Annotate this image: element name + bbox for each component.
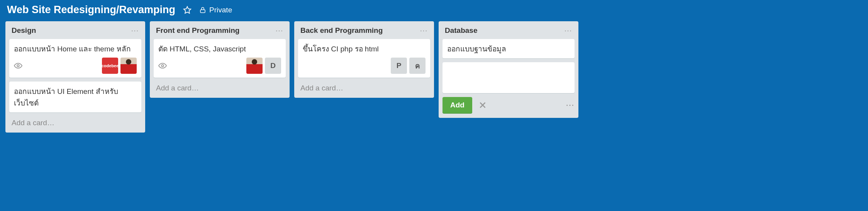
list-menu-icon[interactable]: ⋯: [420, 26, 428, 35]
card-title: ขึ้นโครง CI php รอ html: [303, 43, 426, 54]
card-composer-input[interactable]: [442, 62, 575, 93]
list-menu-icon[interactable]: ⋯: [564, 26, 572, 35]
list-title[interactable]: Front end Programming: [156, 26, 239, 35]
card-members: P ค: [391, 58, 426, 74]
list-title[interactable]: Design: [12, 26, 36, 35]
card-members: D: [246, 58, 281, 74]
lock-icon: [199, 7, 206, 14]
svg-rect-1: [200, 10, 205, 13]
avatar[interactable]: P: [391, 58, 407, 74]
watch-icon: [14, 61, 22, 70]
watch-icon: [158, 61, 167, 70]
svg-marker-0: [184, 6, 191, 13]
avatar[interactable]: ค: [409, 58, 426, 74]
list-menu-icon[interactable]: ⋯: [275, 26, 283, 35]
add-card-button[interactable]: Add a card…: [154, 82, 286, 93]
card[interactable]: ตัด HTML, CSS, Javascript D: [154, 39, 286, 78]
composer-menu-icon[interactable]: ⋯: [566, 100, 575, 110]
avatar[interactable]: codebee: [102, 58, 118, 74]
card[interactable]: ออกแบบฐานข้อมูล: [442, 39, 575, 58]
list-database: Database ⋯ ออกแบบฐานข้อมูล Add ⋯: [439, 21, 578, 118]
add-button[interactable]: Add: [442, 97, 472, 113]
add-card-button[interactable]: Add a card…: [298, 82, 430, 93]
list-design: Design ⋯ ออกแบบหน้า Home และ theme หลัก …: [5, 21, 145, 133]
privacy-button[interactable]: Private: [199, 6, 232, 14]
card[interactable]: ขึ้นโครง CI php รอ html P ค: [298, 39, 430, 78]
list-frontend: Front end Programming ⋯ ตัด HTML, CSS, J…: [150, 21, 290, 98]
card-members: codebee: [102, 58, 137, 74]
card[interactable]: ออกแบบหน้า Home และ theme หลัก codebee: [9, 39, 141, 78]
card[interactable]: ออกแบบหน้า UI Element สำหรับเว็บไซต์: [9, 82, 141, 112]
svg-point-2: [17, 65, 19, 67]
star-icon[interactable]: [183, 6, 192, 14]
avatar[interactable]: D: [265, 58, 281, 74]
board-header: Web Site Redesigning/Revamping Private: [0, 0, 868, 21]
list-header: Back end Programming ⋯: [298, 25, 430, 39]
lists-container: Design ⋯ ออกแบบหน้า Home และ theme หลัก …: [0, 21, 868, 133]
card-title: ตัด HTML, CSS, Javascript: [158, 43, 281, 54]
list-menu-icon[interactable]: ⋯: [131, 26, 139, 35]
add-card-button[interactable]: Add a card…: [9, 116, 141, 128]
card-footer: P ค: [303, 58, 426, 74]
card-title: ออกแบบหน้า Home และ theme หลัก: [14, 43, 137, 54]
avatar[interactable]: [246, 58, 263, 74]
card-footer: codebee: [14, 58, 137, 74]
list-title[interactable]: Back end Programming: [300, 26, 383, 35]
close-icon[interactable]: [478, 100, 488, 110]
list-header: Front end Programming ⋯: [154, 25, 286, 39]
list-header: Database ⋯: [442, 25, 575, 39]
composer-actions: Add ⋯: [442, 97, 575, 113]
svg-point-3: [161, 65, 164, 67]
card-footer: D: [158, 58, 281, 74]
composer-left: Add: [442, 97, 488, 113]
privacy-label: Private: [209, 6, 232, 14]
list-title[interactable]: Database: [445, 26, 478, 35]
board-title: Web Site Redesigning/Revamping: [7, 4, 175, 16]
list-header: Design ⋯: [9, 25, 141, 39]
avatar[interactable]: [120, 58, 137, 74]
list-backend: Back end Programming ⋯ ขึ้นโครง CI php ร…: [294, 21, 434, 98]
